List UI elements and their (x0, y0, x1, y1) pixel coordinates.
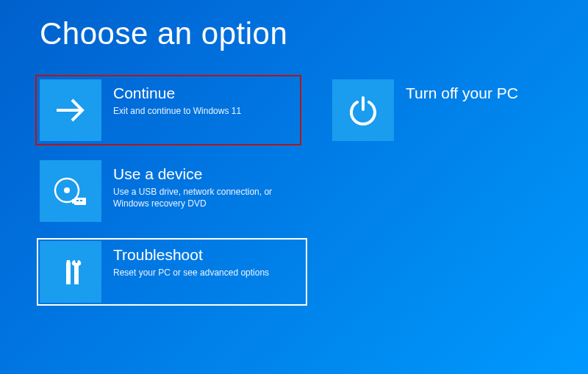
option-continue[interactable]: Continue Exit and continue to Windows 11 (40, 79, 297, 141)
svg-rect-5 (76, 200, 79, 201)
option-title: Use a device (113, 165, 282, 183)
option-title: Continue (113, 84, 241, 102)
power-icon (332, 79, 394, 141)
svg-rect-4 (72, 199, 75, 204)
option-text: Turn off your PC (394, 79, 518, 102)
page-title: Choose an option (0, 0, 588, 51)
option-use-device[interactable]: Use a device Use a USB drive, network co… (40, 160, 297, 222)
options-column-left: Continue Exit and continue to Windows 11 (40, 79, 304, 303)
option-desc: Exit and continue to Windows 11 (113, 105, 241, 117)
option-text: Continue Exit and continue to Windows 11 (101, 79, 241, 117)
options-grid: Continue Exit and continue to Windows 11 (0, 51, 588, 303)
tools-icon (40, 241, 101, 303)
option-turn-off[interactable]: Turn off your PC (332, 79, 588, 141)
option-text: Use a device Use a USB drive, network co… (101, 160, 282, 210)
option-title: Turn off your PC (406, 84, 518, 102)
option-text: Troubleshoot Reset your PC or see advanc… (101, 241, 269, 278)
option-desc: Use a USB drive, network connection, or … (113, 186, 282, 209)
option-desc: Reset your PC or see advanced options (113, 267, 269, 278)
svg-rect-6 (80, 200, 82, 201)
svg-point-2 (64, 187, 70, 193)
options-column-right: Turn off your PC (332, 79, 588, 303)
disc-usb-icon (40, 160, 101, 222)
option-title: Troubleshoot (113, 245, 269, 264)
option-troubleshoot[interactable]: Troubleshoot Reset your PC or see advanc… (40, 241, 304, 303)
arrow-right-icon (40, 79, 101, 141)
